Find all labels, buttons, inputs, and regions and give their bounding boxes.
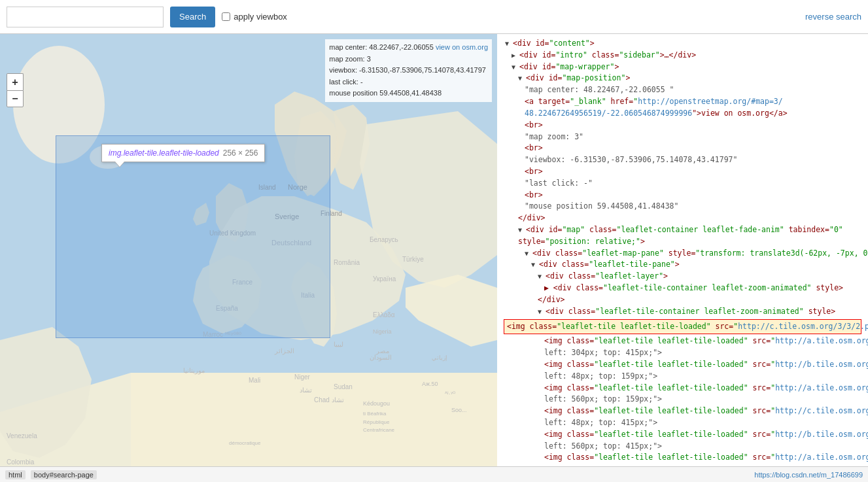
code-content: ▼ <div id="content"> ▶ <div id="intro" c… — [497, 34, 868, 466]
svg-text:موريتانيا: موريتانيا — [183, 367, 205, 375]
code-line-9: <br> — [523, 143, 861, 154]
svg-text:Nigeria: Nigeria — [373, 328, 392, 335]
code-line-33: <img class="leaflet-tile leaflet-tile-lo… — [543, 429, 861, 441]
svg-text:Niger: Niger — [294, 373, 311, 381]
apply-viewbox-text: apply viewbox — [234, 12, 287, 22]
code-line-11: <br> — [523, 166, 861, 178]
code-line-13: <br> — [523, 190, 861, 201]
code-line-20: ▼ <div class="leaflet-layer"> — [536, 271, 861, 283]
status-left: html body#search-page — [5, 470, 97, 479]
code-line-16: ▼ <div id="map" class="leaflet-container… — [517, 224, 861, 236]
code-line-8: "map zoom: 3" — [523, 131, 861, 143]
code-line-12: "last click: -" — [523, 178, 861, 190]
search-button[interactable]: Search — [170, 7, 215, 27]
zoom-in-button[interactable]: + — [7, 73, 24, 90]
svg-text:ᴬᴶ·ᵞᴼ: ᴬᴶ·ᵞᴼ — [445, 390, 456, 397]
code-line-6b: 48.22467264956519/-22.060546874999996">v… — [523, 108, 861, 120]
map-center-text: map center: 48.22467,-22.06055 — [329, 43, 434, 51]
code-line-35: <img class="leaflet-tile leaflet-tile-lo… — [543, 452, 861, 464]
selection-rect — [56, 135, 330, 338]
code-line-21: ▶ <div class="leaflet-tile-container lea… — [543, 283, 861, 294]
code-line-22: </div> — [536, 294, 861, 306]
code-line-10: "viewbox: -6.31530,-87.53906,75.14078,43… — [523, 154, 861, 166]
zoom-out-button[interactable]: − — [7, 90, 24, 107]
svg-text:Türkiye: Türkiye — [402, 256, 424, 263]
tooltip-class-text: img.leaflet-tile.leaflet-tile-loaded — [109, 148, 219, 158]
code-line-24-highlighted: <img class="leaflet-tile leaflet-tile-lo… — [504, 319, 861, 335]
code-line-34: left: 560px; top: 415px;"> — [543, 441, 861, 453]
code-line-29: <img class="leaflet-tile leaflet-tile-lo… — [543, 383, 861, 394]
svg-text:الجزائر: الجزائر — [274, 347, 294, 355]
code-line-14: "mouse position 59.44508,41.48438" — [523, 201, 861, 213]
search-input[interactable] — [7, 7, 164, 27]
map-last-click-text: last click: - — [329, 78, 362, 86]
code-line-3: ▼ <div id="map-wrapper"> — [510, 61, 861, 73]
code-line-7: <br> — [523, 120, 861, 131]
code-line-23: ▼ <div class="leaflet-tile-container lea… — [536, 306, 861, 318]
svg-text:إزياتي: إزياتي — [432, 354, 447, 362]
svg-text:Colombia: Colombia — [7, 458, 35, 466]
code-inspector-panel[interactable]: ▼ <div id="content"> ▶ <div id="intro" c… — [497, 34, 868, 466]
reverse-search-link[interactable]: reverse search — [805, 12, 861, 22]
zoom-controls: + − — [7, 73, 24, 107]
code-line-17: style="position: relative;"> — [517, 236, 861, 248]
map-info-overlay: map center: 48.22467,-22.06055 view on o… — [325, 39, 492, 102]
svg-text:تشاد: تشاد — [300, 387, 312, 394]
code-line-5: "map center: 48.22467,-22.06055 " — [523, 84, 861, 96]
svg-text:République: République — [363, 419, 390, 425]
apply-viewbox-checkbox-label[interactable]: apply viewbox — [222, 12, 287, 22]
svg-text:ليبيا: ليبيا — [334, 341, 343, 348]
svg-text:Беларусь: Беларусь — [370, 236, 398, 243]
svg-text:Ελλάδα: Ελλάδα — [373, 311, 395, 318]
code-line-18: ▼ <div class="leaflet-map-pane" style="t… — [523, 248, 861, 260]
code-line-4: ▼ <div id="map-position"> — [517, 73, 861, 84]
code-line-15: </div> — [517, 213, 861, 224]
svg-text:ti Béafrika: ti Béafrika — [363, 411, 387, 417]
svg-text:Mali: Mali — [249, 377, 260, 384]
code-line-19: ▼ <div class="leaflet-tile-pane"> — [530, 259, 861, 271]
code-line-25: <img class="leaflet-tile leaflet-tile-lo… — [543, 336, 861, 347]
status-bar: html body#search-page https://blog.csdn.… — [0, 466, 868, 482]
tooltip-size-text: 256 × 256 — [223, 148, 258, 158]
svg-text:România: România — [334, 259, 360, 266]
status-html-tag[interactable]: html — [5, 470, 26, 479]
apply-viewbox-checkbox[interactable] — [222, 12, 230, 21]
svg-text:démocratique: démocratique — [229, 440, 261, 446]
code-line-28: left: 48px; top: 159px;"> — [543, 371, 861, 383]
main-content: Sverige Island Norge Finland United King… — [0, 34, 868, 466]
code-line-32: left: 48px; top: 415px;"> — [543, 417, 861, 429]
map-tile-tooltip: img.leaflet-tile.leaflet-tile-loaded256 … — [101, 144, 265, 162]
map-viewbox-text: viewbox: -6.31530,-87.53906,75.14078,43.… — [329, 66, 486, 74]
svg-text:Centrafricane: Centrafricane — [363, 427, 395, 433]
svg-text:Україна: Україна — [373, 275, 396, 283]
svg-text:Chad تشاد: Chad تشاد — [314, 396, 344, 404]
svg-text:Soo...: Soo... — [451, 407, 467, 413]
map-zoom-text: map zoom: 3 — [329, 55, 371, 63]
map-area[interactable]: Sverige Island Norge Finland United King… — [0, 34, 497, 466]
svg-text:Kédougou: Kédougou — [363, 400, 390, 407]
code-line-30: left: 560px; top: 159px;"> — [543, 394, 861, 405]
code-line-2: ▶ <div id="intro" class="sidebar">…</div… — [510, 50, 861, 61]
svg-text:Аж.50: Аж.50 — [422, 381, 438, 387]
code-line-27: <img class="leaflet-tile leaflet-tile-lo… — [543, 359, 861, 371]
code-line-6: <a target="_blank" href="http://openstre… — [523, 96, 861, 108]
svg-text:السودان: السودان — [370, 354, 392, 362]
svg-text:Sudan: Sudan — [334, 383, 353, 390]
svg-text:Venezuela: Venezuela — [7, 432, 37, 439]
status-body-tag[interactable]: body#search-page — [31, 470, 97, 479]
status-url: https://blog.csdn.net/m_17486699 — [754, 471, 863, 479]
map-mouse-position-text: mouse position 59.44508,41.48438 — [329, 89, 442, 97]
code-line-31: <img class="leaflet-tile leaflet-tile-lo… — [543, 405, 861, 417]
top-bar: Search apply viewbox reverse search — [0, 0, 868, 34]
code-line-26: left: 304px; top: 415px;"> — [543, 347, 861, 359]
view-on-osm-link[interactable]: view on osm.org — [436, 43, 488, 51]
code-line-1: ▼ <div id="content"> — [504, 38, 861, 50]
